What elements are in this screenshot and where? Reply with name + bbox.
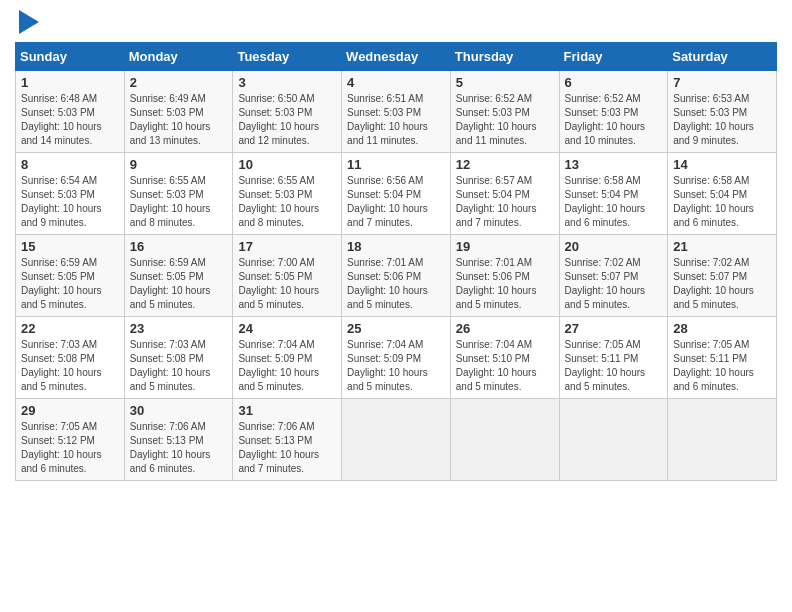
calendar-day-cell: 4 Sunrise: 6:51 AM Sunset: 5:03 PM Dayli… [342,71,451,153]
day-number: 21 [673,239,771,254]
day-detail: Sunrise: 6:58 AM Sunset: 5:04 PM Dayligh… [565,174,663,230]
calendar-day-cell: 21 Sunrise: 7:02 AM Sunset: 5:07 PM Dayl… [668,235,777,317]
calendar-day-cell: 3 Sunrise: 6:50 AM Sunset: 5:03 PM Dayli… [233,71,342,153]
day-number: 12 [456,157,554,172]
day-detail: Sunrise: 7:02 AM Sunset: 5:07 PM Dayligh… [565,256,663,312]
day-detail: Sunrise: 6:49 AM Sunset: 5:03 PM Dayligh… [130,92,228,148]
day-number: 9 [130,157,228,172]
day-number: 26 [456,321,554,336]
day-number: 23 [130,321,228,336]
day-number: 3 [238,75,336,90]
calendar-day-cell: 31 Sunrise: 7:06 AM Sunset: 5:13 PM Dayl… [233,399,342,481]
day-detail: Sunrise: 6:53 AM Sunset: 5:03 PM Dayligh… [673,92,771,148]
day-of-week-header: Thursday [450,43,559,71]
day-detail: Sunrise: 7:03 AM Sunset: 5:08 PM Dayligh… [21,338,119,394]
day-detail: Sunrise: 6:55 AM Sunset: 5:03 PM Dayligh… [130,174,228,230]
calendar-day-cell: 26 Sunrise: 7:04 AM Sunset: 5:10 PM Dayl… [450,317,559,399]
calendar-day-cell: 5 Sunrise: 6:52 AM Sunset: 5:03 PM Dayli… [450,71,559,153]
calendar-day-cell: 16 Sunrise: 6:59 AM Sunset: 5:05 PM Dayl… [124,235,233,317]
calendar-week-row: 15 Sunrise: 6:59 AM Sunset: 5:05 PM Dayl… [16,235,777,317]
day-number: 10 [238,157,336,172]
day-detail: Sunrise: 6:51 AM Sunset: 5:03 PM Dayligh… [347,92,445,148]
calendar-header-row: SundayMondayTuesdayWednesdayThursdayFrid… [16,43,777,71]
calendar-week-row: 8 Sunrise: 6:54 AM Sunset: 5:03 PM Dayli… [16,153,777,235]
calendar-day-cell: 17 Sunrise: 7:00 AM Sunset: 5:05 PM Dayl… [233,235,342,317]
calendar-day-cell: 10 Sunrise: 6:55 AM Sunset: 5:03 PM Dayl… [233,153,342,235]
day-detail: Sunrise: 7:04 AM Sunset: 5:09 PM Dayligh… [238,338,336,394]
calendar-day-cell: 30 Sunrise: 7:06 AM Sunset: 5:13 PM Dayl… [124,399,233,481]
calendar-day-cell: 29 Sunrise: 7:05 AM Sunset: 5:12 PM Dayl… [16,399,125,481]
day-number: 20 [565,239,663,254]
calendar-day-cell: 6 Sunrise: 6:52 AM Sunset: 5:03 PM Dayli… [559,71,668,153]
day-number: 14 [673,157,771,172]
calendar-day-cell: 9 Sunrise: 6:55 AM Sunset: 5:03 PM Dayli… [124,153,233,235]
day-detail: Sunrise: 6:59 AM Sunset: 5:05 PM Dayligh… [21,256,119,312]
day-number: 17 [238,239,336,254]
day-number: 31 [238,403,336,418]
calendar-day-cell: 18 Sunrise: 7:01 AM Sunset: 5:06 PM Dayl… [342,235,451,317]
day-detail: Sunrise: 6:58 AM Sunset: 5:04 PM Dayligh… [673,174,771,230]
calendar-table: SundayMondayTuesdayWednesdayThursdayFrid… [15,42,777,481]
day-detail: Sunrise: 7:04 AM Sunset: 5:09 PM Dayligh… [347,338,445,394]
logo-arrow-icon [19,10,39,34]
calendar-day-cell: 23 Sunrise: 7:03 AM Sunset: 5:08 PM Dayl… [124,317,233,399]
day-detail: Sunrise: 6:54 AM Sunset: 5:03 PM Dayligh… [21,174,119,230]
day-detail: Sunrise: 7:05 AM Sunset: 5:11 PM Dayligh… [673,338,771,394]
day-number: 27 [565,321,663,336]
day-detail: Sunrise: 6:52 AM Sunset: 5:03 PM Dayligh… [456,92,554,148]
day-detail: Sunrise: 7:05 AM Sunset: 5:12 PM Dayligh… [21,420,119,476]
day-number: 4 [347,75,445,90]
calendar-day-cell [559,399,668,481]
day-number: 1 [21,75,119,90]
calendar-day-cell: 19 Sunrise: 7:01 AM Sunset: 5:06 PM Dayl… [450,235,559,317]
calendar-day-cell: 24 Sunrise: 7:04 AM Sunset: 5:09 PM Dayl… [233,317,342,399]
day-number: 16 [130,239,228,254]
day-of-week-header: Sunday [16,43,125,71]
day-of-week-header: Tuesday [233,43,342,71]
day-detail: Sunrise: 7:06 AM Sunset: 5:13 PM Dayligh… [238,420,336,476]
day-detail: Sunrise: 7:04 AM Sunset: 5:10 PM Dayligh… [456,338,554,394]
day-detail: Sunrise: 6:55 AM Sunset: 5:03 PM Dayligh… [238,174,336,230]
calendar-day-cell: 27 Sunrise: 7:05 AM Sunset: 5:11 PM Dayl… [559,317,668,399]
calendar-day-cell [342,399,451,481]
day-number: 15 [21,239,119,254]
calendar-day-cell: 15 Sunrise: 6:59 AM Sunset: 5:05 PM Dayl… [16,235,125,317]
day-detail: Sunrise: 7:06 AM Sunset: 5:13 PM Dayligh… [130,420,228,476]
day-number: 13 [565,157,663,172]
day-number: 19 [456,239,554,254]
day-number: 8 [21,157,119,172]
calendar-day-cell [668,399,777,481]
day-detail: Sunrise: 7:01 AM Sunset: 5:06 PM Dayligh… [456,256,554,312]
calendar-week-row: 1 Sunrise: 6:48 AM Sunset: 5:03 PM Dayli… [16,71,777,153]
day-detail: Sunrise: 6:52 AM Sunset: 5:03 PM Dayligh… [565,92,663,148]
calendar-week-row: 22 Sunrise: 7:03 AM Sunset: 5:08 PM Dayl… [16,317,777,399]
day-number: 18 [347,239,445,254]
calendar-day-cell: 12 Sunrise: 6:57 AM Sunset: 5:04 PM Dayl… [450,153,559,235]
day-number: 22 [21,321,119,336]
day-number: 30 [130,403,228,418]
day-detail: Sunrise: 7:02 AM Sunset: 5:07 PM Dayligh… [673,256,771,312]
day-detail: Sunrise: 6:48 AM Sunset: 5:03 PM Dayligh… [21,92,119,148]
calendar-day-cell [450,399,559,481]
calendar-day-cell: 14 Sunrise: 6:58 AM Sunset: 5:04 PM Dayl… [668,153,777,235]
calendar-day-cell: 20 Sunrise: 7:02 AM Sunset: 5:07 PM Dayl… [559,235,668,317]
day-number: 24 [238,321,336,336]
day-detail: Sunrise: 6:56 AM Sunset: 5:04 PM Dayligh… [347,174,445,230]
calendar-week-row: 29 Sunrise: 7:05 AM Sunset: 5:12 PM Dayl… [16,399,777,481]
calendar-day-cell: 25 Sunrise: 7:04 AM Sunset: 5:09 PM Dayl… [342,317,451,399]
day-number: 6 [565,75,663,90]
day-of-week-header: Monday [124,43,233,71]
day-detail: Sunrise: 6:59 AM Sunset: 5:05 PM Dayligh… [130,256,228,312]
day-detail: Sunrise: 6:50 AM Sunset: 5:03 PM Dayligh… [238,92,336,148]
calendar-day-cell: 8 Sunrise: 6:54 AM Sunset: 5:03 PM Dayli… [16,153,125,235]
day-number: 11 [347,157,445,172]
day-detail: Sunrise: 7:00 AM Sunset: 5:05 PM Dayligh… [238,256,336,312]
calendar-day-cell: 7 Sunrise: 6:53 AM Sunset: 5:03 PM Dayli… [668,71,777,153]
day-detail: Sunrise: 7:03 AM Sunset: 5:08 PM Dayligh… [130,338,228,394]
day-number: 5 [456,75,554,90]
calendar-day-cell: 22 Sunrise: 7:03 AM Sunset: 5:08 PM Dayl… [16,317,125,399]
day-of-week-header: Friday [559,43,668,71]
day-number: 28 [673,321,771,336]
day-detail: Sunrise: 7:01 AM Sunset: 5:06 PM Dayligh… [347,256,445,312]
header [15,10,777,34]
